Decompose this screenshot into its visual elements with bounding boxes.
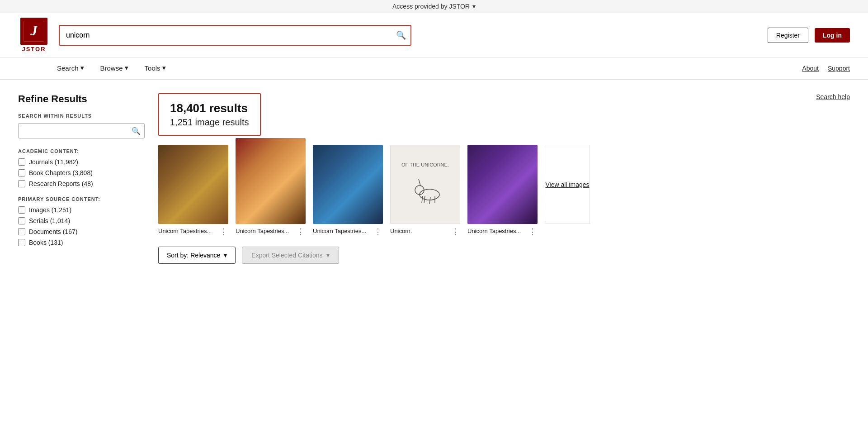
banner-chevron-icon[interactable]: ▾ — [472, 3, 476, 10]
nav-item-tools[interactable]: Tools ▾ — [137, 57, 173, 79]
results-image-count: 1,251 image results — [170, 117, 249, 128]
results-area: 18,401 results 1,251 image results Searc… — [158, 93, 850, 264]
access-banner-text: Access provided by JSTOR — [392, 3, 470, 10]
search-submit-button[interactable]: 🔍 — [396, 30, 406, 40]
filter-books-checkbox[interactable] — [18, 239, 25, 246]
nav-tools-chevron-icon: ▾ — [162, 64, 166, 72]
search-help-link[interactable]: Search help — [816, 93, 850, 100]
image-results-row: Unicorn Tapestries... ⋮ Unicorn Tapestri… — [158, 145, 850, 236]
search-within-icon[interactable]: 🔍 — [132, 127, 141, 135]
sort-button[interactable]: Sort by: Relevance ▾ — [158, 247, 236, 264]
nav-support-link[interactable]: Support — [828, 58, 850, 78]
filter-documents-checkbox[interactable] — [18, 228, 25, 235]
image-thumb-1[interactable] — [158, 145, 228, 224]
nav-item-browse[interactable]: Browse ▾ — [93, 57, 136, 79]
search-icon: 🔍 — [396, 31, 406, 40]
header: J JSTOR 🔍 Register Log in — [0, 13, 868, 57]
filter-serials-label: Serials (1,014) — [29, 217, 70, 224]
navbar: Search ▾ Browse ▾ Tools ▾ About Support — [0, 57, 868, 80]
search-within-wrapper[interactable]: 🔍 — [18, 123, 145, 138]
image-caption-1[interactable]: Unicorn Tapestries... — [158, 228, 217, 234]
logo-area: J JSTOR — [18, 18, 50, 52]
nav-search-label: Search — [57, 64, 79, 72]
image-thumb-4[interactable]: OF THE UNICORNE. — [390, 145, 460, 224]
login-button[interactable]: Log in — [815, 28, 850, 43]
logo-label: JSTOR — [22, 46, 46, 52]
filter-documents-label: Documents (167) — [29, 228, 77, 235]
filter-book-chapters[interactable]: Book Chapters (3,808) — [18, 169, 145, 176]
image-thumb-3[interactable] — [313, 145, 383, 224]
filter-book-chapters-label: Book Chapters (3,808) — [29, 169, 93, 176]
search-within-label: SEARCH WITHIN RESULTS — [18, 113, 145, 119]
filter-books-label: Books (131) — [29, 239, 63, 246]
jstor-logo[interactable]: J — [20, 18, 47, 45]
filter-serials-checkbox[interactable] — [18, 217, 25, 224]
svg-line-6 — [424, 196, 425, 203]
filter-books[interactable]: Books (131) — [18, 239, 145, 246]
main-content: Refine Results SEARCH WITHIN RESULTS 🔍 A… — [0, 80, 868, 277]
filter-book-chapters-checkbox[interactable] — [18, 169, 25, 176]
filter-documents[interactable]: Documents (167) — [18, 228, 145, 235]
svg-line-9 — [422, 196, 423, 203]
filter-images-label: Images (1,251) — [29, 206, 71, 214]
nav-about-link[interactable]: About — [802, 58, 819, 78]
image-caption-3[interactable]: Unicorn Tapestries... — [313, 228, 371, 234]
svg-line-7 — [429, 197, 430, 204]
nav-browse-chevron-icon: ▾ — [125, 64, 128, 72]
image-caption-5[interactable]: Unicorn Tapestries... — [467, 228, 526, 234]
results-count: 18,401 results — [170, 101, 249, 115]
nav-tools-label: Tools — [145, 64, 160, 72]
bottom-toolbar: Sort by: Relevance ▾ Export Selected Cit… — [158, 247, 850, 264]
search-within-input[interactable] — [22, 125, 132, 136]
image-caption-4[interactable]: Unicorn. — [390, 228, 448, 234]
filter-images-checkbox[interactable] — [18, 206, 25, 214]
sort-label: Sort by: Relevance — [167, 252, 220, 259]
image-item-4: OF THE UNICORNE. — [390, 145, 460, 236]
filter-journals[interactable]: Journals (11,982) — [18, 158, 145, 166]
filter-journals-label: Journals (11,982) — [29, 158, 78, 166]
filter-serials[interactable]: Serials (1,014) — [18, 217, 145, 224]
filter-research-reports-checkbox[interactable] — [18, 180, 25, 187]
image-caption-2[interactable]: Unicorn Tapestries... — [236, 228, 294, 234]
export-citations-button[interactable]: Export Selected Citations ▾ — [242, 247, 339, 264]
image-item-1: Unicorn Tapestries... ⋮ — [158, 145, 228, 236]
search-bar[interactable]: 🔍 — [59, 25, 411, 46]
top-banner: Access provided by JSTOR ▾ — [0, 0, 868, 13]
svg-text:J: J — [30, 23, 38, 38]
export-label: Export Selected Citations — [251, 252, 322, 259]
more-options-icon-2[interactable]: ⋮ — [296, 228, 306, 236]
more-options-icon-5[interactable]: ⋮ — [528, 228, 538, 236]
nav-item-search[interactable]: Search ▾ — [50, 57, 91, 79]
primary-source-label: PRIMARY SOURCE CONTENT: — [18, 196, 145, 202]
image-item-3: Unicorn Tapestries... ⋮ — [313, 145, 383, 236]
image-item-5: Unicorn Tapestries... ⋮ — [467, 145, 538, 236]
image-caption-row-3: Unicorn Tapestries... ⋮ — [313, 228, 383, 236]
results-header: 18,401 results 1,251 image results Searc… — [158, 93, 850, 136]
filter-journals-checkbox[interactable] — [18, 158, 25, 166]
register-button[interactable]: Register — [768, 28, 808, 43]
sidebar-title: Refine Results — [18, 93, 145, 105]
image-caption-row-2: Unicorn Tapestries... ⋮ — [236, 228, 306, 236]
view-all-images-link[interactable]: View all images — [545, 181, 589, 188]
nav-right-links: About Support — [802, 58, 850, 78]
image-thumb-5[interactable] — [467, 145, 538, 224]
more-options-icon-1[interactable]: ⋮ — [218, 228, 228, 236]
search-input[interactable] — [59, 25, 411, 46]
header-actions: Register Log in — [768, 28, 850, 43]
image-caption-row-1: Unicorn Tapestries... ⋮ — [158, 228, 228, 236]
filter-research-reports[interactable]: Research Reports (48) — [18, 180, 145, 187]
sidebar: Refine Results SEARCH WITHIN RESULTS 🔍 A… — [18, 93, 145, 264]
more-options-icon-4[interactable]: ⋮ — [450, 228, 460, 236]
svg-line-5 — [419, 179, 420, 186]
image-caption-row-5: Unicorn Tapestries... ⋮ — [467, 228, 538, 236]
academic-content-label: ACADEMIC CONTENT: — [18, 148, 145, 154]
nav-search-chevron-icon: ▾ — [80, 64, 84, 72]
image-caption-row-4: Unicorn. ⋮ — [390, 228, 460, 236]
filter-images[interactable]: Images (1,251) — [18, 206, 145, 214]
results-count-box: 18,401 results 1,251 image results — [158, 93, 261, 136]
view-all-images-box[interactable]: View all images — [545, 145, 590, 224]
sort-chevron-icon: ▾ — [224, 252, 227, 259]
more-options-icon-3[interactable]: ⋮ — [373, 228, 383, 236]
primary-source-filter-group: PRIMARY SOURCE CONTENT: Images (1,251) S… — [18, 196, 145, 246]
image-thumb-2[interactable] — [236, 138, 306, 224]
